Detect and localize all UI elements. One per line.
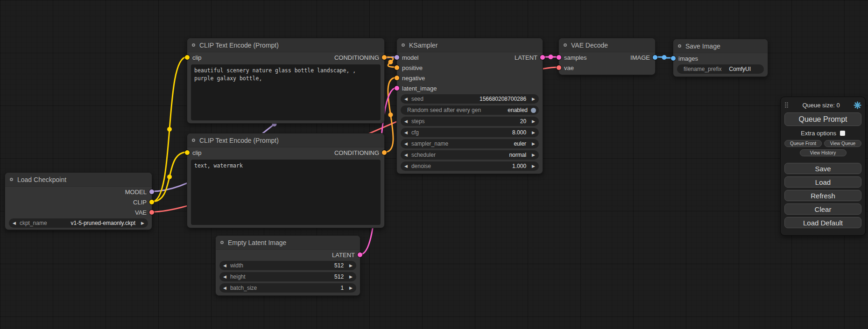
widget-value: ComfyUI: [729, 66, 751, 72]
increment-arrow-icon[interactable]: ▶: [528, 164, 539, 168]
decrement-arrow-icon[interactable]: ◀: [401, 119, 411, 124]
queue-front-button[interactable]: Queue Front: [784, 140, 822, 147]
decrement-arrow-icon[interactable]: ◀: [401, 153, 411, 157]
input-slot-images-icon[interactable]: [671, 56, 676, 61]
increment-arrow-icon[interactable]: ▶: [346, 263, 356, 268]
refresh-button[interactable]: Refresh: [784, 190, 861, 201]
increment-arrow-icon[interactable]: ▶: [137, 221, 148, 225]
output-slot-label: CONDITIONING: [334, 149, 379, 156]
output-slot-CONDITIONING-icon[interactable]: [382, 150, 387, 155]
collapse-dot-icon[interactable]: [402, 43, 405, 47]
input-slot-label: vae: [564, 64, 574, 71]
input-slot-positive-icon[interactable]: [395, 65, 399, 70]
collapse-dot-icon[interactable]: [678, 44, 681, 48]
input-slot-clip-icon[interactable]: [185, 150, 190, 155]
toggle-dot-icon[interactable]: [531, 108, 536, 113]
decrement-arrow-icon[interactable]: ◀: [401, 130, 411, 135]
decrement-arrow-icon[interactable]: ◀: [9, 221, 20, 225]
increment-arrow-icon[interactable]: ▶: [346, 286, 356, 290]
drag-handle-icon[interactable]: [784, 102, 789, 108]
input-slot-latent_image-icon[interactable]: [395, 86, 399, 91]
widget-Random seed after every gen[interactable]: Random seed after every genenabled: [401, 105, 539, 115]
widget-value: normal: [436, 152, 528, 158]
load-default-button[interactable]: Load Default: [784, 217, 861, 228]
output-slot-VAE-icon[interactable]: [149, 210, 154, 215]
widget-scheduler[interactable]: ◀schedulernormal▶: [401, 150, 539, 160]
extra-options-checkbox[interactable]: [840, 131, 845, 136]
increment-arrow-icon[interactable]: ▶: [528, 153, 539, 157]
decrement-arrow-icon[interactable]: ◀: [219, 274, 230, 279]
save-button[interactable]: Save: [784, 163, 861, 174]
node-ksampler[interactable]: KSamplermodelLATENTpositivenegativelaten…: [396, 38, 543, 174]
slot-row-left: vae: [564, 64, 574, 71]
output-slot-MODEL-icon[interactable]: [149, 189, 154, 194]
settings-gear-icon[interactable]: [854, 101, 861, 109]
input-slot-label: model: [402, 54, 418, 61]
prompt-textarea[interactable]: beautiful scenery nature glass bottle la…: [191, 64, 381, 120]
node-empty-latent-image[interactable]: Empty Latent ImageLATENT◀width512▶◀heigh…: [215, 235, 360, 296]
slot-row: images: [673, 53, 768, 63]
node-title-bar[interactable]: Save Image: [673, 39, 768, 53]
widget-denoise[interactable]: ◀denoise1.000▶: [401, 161, 539, 171]
decrement-arrow-icon[interactable]: ◀: [401, 164, 411, 168]
input-slot-negative-icon[interactable]: [395, 76, 399, 80]
output-slot-CLIP-icon[interactable]: [149, 200, 154, 204]
widget-height[interactable]: ◀height512▶: [219, 272, 356, 281]
node-load-checkpoint[interactable]: Load CheckpointMODELCLIPVAE◀ckpt_namev1-…: [5, 172, 152, 230]
widget-value: 1.000: [431, 163, 528, 169]
decrement-arrow-icon[interactable]: ◀: [219, 286, 230, 290]
prompt-textarea[interactable]: text, watermark: [191, 160, 381, 225]
output-slot-LATENT-icon[interactable]: [540, 55, 545, 60]
collapse-dot-icon[interactable]: [192, 139, 195, 142]
node-title: Load Checkpoint: [17, 176, 66, 183]
input-slot-clip-icon[interactable]: [185, 55, 190, 60]
view-queue-button[interactable]: View Queue: [824, 140, 861, 147]
slot-row-left: model: [402, 54, 418, 61]
slot-row-right: LATENT: [515, 54, 537, 61]
increment-arrow-icon[interactable]: ▶: [528, 119, 539, 124]
widget-sampler_name[interactable]: ◀sampler_nameeuler▶: [401, 139, 539, 148]
queue-prompt-button[interactable]: Queue Prompt: [784, 112, 861, 126]
node-vae-decode[interactable]: VAE DecodesamplesIMAGEvae: [558, 38, 656, 75]
decrement-arrow-icon[interactable]: ◀: [401, 97, 411, 101]
widget-filename_prefix[interactable]: filename_prefixComfyUI: [677, 64, 764, 74]
collapse-dot-icon[interactable]: [10, 178, 13, 181]
collapse-dot-icon[interactable]: [220, 241, 224, 244]
graph-canvas[interactable]: Load CheckpointMODELCLIPVAE◀ckpt_namev1-…: [0, 0, 868, 329]
node-clip-text-encode-negative[interactable]: CLIP Text Encode (Prompt)clipCONDITIONIN…: [187, 133, 385, 228]
widget-ckpt_name[interactable]: ◀ckpt_namev1-5-pruned-emaonly.ckpt▶: [9, 218, 148, 228]
decrement-arrow-icon[interactable]: ◀: [401, 141, 411, 146]
node-save-image[interactable]: Save Imageimagesfilename_prefixComfyUI: [673, 39, 768, 77]
input-slot-label: images: [678, 55, 698, 62]
input-slot-vae-icon[interactable]: [557, 65, 561, 70]
widget-batch_size[interactable]: ◀batch_size1▶: [219, 283, 356, 293]
widget-width[interactable]: ◀width512▶: [219, 261, 356, 270]
node-title-bar[interactable]: Empty Latent Image: [216, 236, 360, 250]
clear-button[interactable]: Clear: [784, 203, 861, 215]
node-title-bar[interactable]: VAE Decode: [559, 38, 655, 52]
node-title-bar[interactable]: CLIP Text Encode (Prompt): [187, 133, 384, 147]
input-slot-model-icon[interactable]: [395, 55, 399, 60]
output-slot-LATENT-icon[interactable]: [358, 252, 362, 257]
increment-arrow-icon[interactable]: ▶: [528, 97, 539, 101]
increment-arrow-icon[interactable]: ▶: [528, 130, 539, 135]
node-title-bar[interactable]: CLIP Text Encode (Prompt): [187, 38, 384, 52]
collapse-dot-icon[interactable]: [564, 43, 567, 47]
output-slot-CONDITIONING-icon[interactable]: [382, 55, 387, 60]
widget-cfg[interactable]: ◀cfg8.000▶: [401, 128, 539, 137]
node-title-bar[interactable]: Load Checkpoint: [5, 173, 152, 187]
increment-arrow-icon[interactable]: ▶: [346, 274, 356, 279]
decrement-arrow-icon[interactable]: ◀: [219, 263, 230, 268]
output-slot-IMAGE-icon[interactable]: [653, 55, 657, 60]
widget-seed[interactable]: ◀seed156680208700286▶: [401, 94, 539, 104]
slot-row-right: CLIP: [133, 199, 147, 206]
node-title-bar[interactable]: KSampler: [397, 38, 543, 52]
collapse-dot-icon[interactable]: [192, 43, 195, 47]
slot-rows: MODELCLIPVAE: [5, 187, 152, 217]
node-clip-text-encode-positive[interactable]: CLIP Text Encode (Prompt)clipCONDITIONIN…: [187, 38, 385, 124]
view-history-button[interactable]: View History: [800, 149, 847, 156]
widget-steps[interactable]: ◀steps20▶: [401, 117, 539, 126]
input-slot-samples-icon[interactable]: [557, 55, 561, 60]
load-button[interactable]: Load: [784, 176, 861, 188]
increment-arrow-icon[interactable]: ▶: [528, 141, 539, 146]
